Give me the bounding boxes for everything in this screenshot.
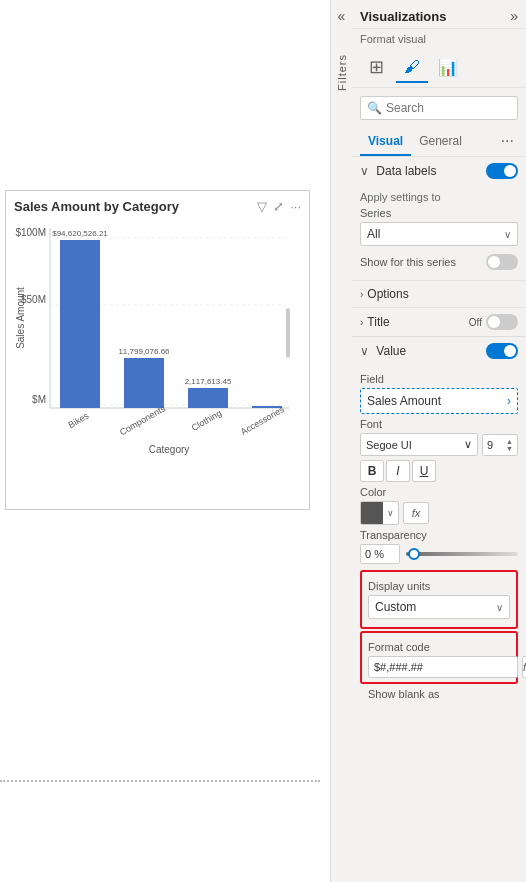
data-labels-section-header[interactable]: ∨ Data labels bbox=[352, 157, 526, 185]
font-size-value: 9 bbox=[487, 439, 493, 451]
tab-visual[interactable]: Visual bbox=[360, 128, 411, 156]
color-label: Color bbox=[360, 486, 518, 498]
bar-chart-svg: $100M $50M $M $9 bbox=[14, 218, 294, 458]
chart-title-icons: ▽ ⤢ ··· bbox=[257, 199, 301, 214]
color-fx-button[interactable]: fx bbox=[403, 502, 429, 524]
show-series-toggle[interactable] bbox=[486, 254, 518, 270]
field-box[interactable]: Sales Amount › bbox=[360, 388, 518, 414]
value-toggle-knob bbox=[504, 345, 516, 357]
svg-rect-21 bbox=[286, 308, 290, 358]
svg-text:$100M: $100M bbox=[15, 227, 46, 238]
title-label: › Title bbox=[360, 315, 390, 329]
format-code-input[interactable] bbox=[368, 656, 518, 678]
more-icon[interactable]: ··· bbox=[290, 199, 301, 214]
svg-text:Accessories: Accessories bbox=[239, 404, 286, 437]
icon-tabs-row: ⊞ 🖌 📊 bbox=[352, 49, 526, 88]
grid-icon-tab[interactable]: ⊞ bbox=[360, 53, 392, 83]
apply-settings-section: Apply settings to Series All ∨ Show for … bbox=[352, 185, 526, 280]
color-swatch bbox=[361, 502, 383, 524]
transparency-input[interactable] bbox=[360, 544, 400, 564]
display-units-section: Display units Custom ∨ bbox=[360, 570, 518, 629]
font-size-arrows: ▲ ▼ bbox=[506, 438, 513, 452]
svg-text:Sales Amount: Sales Amount bbox=[15, 287, 26, 349]
field-box-arrow: › bbox=[507, 394, 511, 408]
viz-title: Visualizations bbox=[360, 9, 446, 24]
chevron-double-left-icon[interactable]: « bbox=[338, 8, 346, 24]
value-toggle[interactable] bbox=[486, 343, 518, 359]
display-units-arrow: ∨ bbox=[496, 602, 503, 613]
value-section-body: Field Sales Amount › Font Segoe UI ∨ 9 ▲… bbox=[352, 365, 526, 708]
display-units-dropdown[interactable]: Custom ∨ bbox=[368, 595, 510, 619]
transparency-slider[interactable] bbox=[406, 546, 518, 562]
color-swatch-box[interactable]: ∨ bbox=[360, 501, 399, 525]
svg-text:Bikes: Bikes bbox=[66, 410, 90, 430]
transparency-label: Transparency bbox=[360, 529, 518, 541]
more-options-button[interactable]: ··· bbox=[497, 128, 518, 156]
title-toggle-knob bbox=[488, 316, 500, 328]
display-units-value: Custom bbox=[375, 600, 416, 614]
font-size-up-arrow[interactable]: ▲ bbox=[506, 438, 513, 445]
tab-general[interactable]: General bbox=[411, 128, 470, 156]
chevron-double-right-icon[interactable]: » bbox=[510, 8, 518, 24]
title-chevron-icon: › bbox=[360, 317, 363, 328]
options-section[interactable]: › Options bbox=[352, 280, 526, 307]
filter-icon[interactable]: ▽ bbox=[257, 199, 267, 214]
field-box-text: Sales Amount bbox=[367, 394, 441, 408]
value-section-label: ∨ Value bbox=[360, 344, 406, 358]
search-icon: 🔍 bbox=[367, 101, 382, 115]
show-series-row: Show for this series bbox=[360, 250, 518, 274]
slider-thumb bbox=[408, 548, 420, 560]
options-label: › Options bbox=[360, 287, 409, 301]
expand-icon[interactable]: ⤢ bbox=[273, 199, 284, 214]
format-code-section: Format code fx bbox=[360, 631, 518, 684]
svg-text:$94,620,526.21: $94,620,526.21 bbox=[52, 229, 108, 238]
search-input[interactable] bbox=[386, 101, 511, 115]
svg-text:Clothing: Clothing bbox=[190, 408, 224, 433]
filters-column[interactable]: « Filters bbox=[330, 0, 352, 882]
display-units-label: Display units bbox=[368, 580, 510, 592]
data-labels-label: ∨ Data labels bbox=[360, 164, 436, 178]
series-dropdown[interactable]: All ∨ bbox=[360, 222, 518, 246]
font-size-box[interactable]: 9 ▲ ▼ bbox=[482, 434, 518, 456]
font-dropdown-arrow: ∨ bbox=[464, 438, 472, 451]
svg-rect-10 bbox=[124, 358, 164, 408]
format-code-fx-button[interactable]: fx bbox=[522, 656, 526, 678]
svg-rect-8 bbox=[60, 240, 100, 408]
format-visual-label: Format visual bbox=[352, 29, 526, 49]
chart-container: Sales Amount by Category ▽ ⤢ ··· $100M $… bbox=[5, 190, 310, 510]
field-label: Field bbox=[360, 373, 518, 385]
underline-button[interactable]: U bbox=[412, 460, 436, 482]
font-size-down-arrow[interactable]: ▼ bbox=[506, 445, 513, 452]
bold-button[interactable]: B bbox=[360, 460, 384, 482]
analytics-icon-tab[interactable]: 📊 bbox=[432, 53, 464, 83]
font-family-value: Segoe UI bbox=[366, 439, 412, 451]
toggle-knob bbox=[504, 165, 516, 177]
title-toggle[interactable] bbox=[486, 314, 518, 330]
slider-track bbox=[406, 552, 518, 556]
title-toggle-label: Off bbox=[469, 317, 482, 328]
value-section-header[interactable]: ∨ Value bbox=[352, 337, 526, 365]
left-section: Sales Amount by Category ▽ ⤢ ··· $100M $… bbox=[0, 0, 330, 882]
color-row: ∨ fx bbox=[360, 501, 518, 525]
chevron-right-icon: › bbox=[360, 289, 363, 300]
filters-label: Filters bbox=[336, 54, 348, 91]
apply-settings-label: Apply settings to bbox=[360, 191, 518, 203]
paint-icon-tab[interactable]: 🖌 bbox=[396, 53, 428, 83]
font-row: Segoe UI ∨ 9 ▲ ▼ bbox=[360, 433, 518, 456]
svg-rect-12 bbox=[188, 388, 228, 408]
italic-button[interactable]: I bbox=[386, 460, 410, 482]
svg-text:$M: $M bbox=[32, 394, 46, 405]
data-labels-toggle[interactable] bbox=[486, 163, 518, 179]
title-section[interactable]: › Title Off bbox=[352, 307, 526, 336]
font-family-dropdown[interactable]: Segoe UI ∨ bbox=[360, 433, 478, 456]
font-label: Font bbox=[360, 418, 518, 430]
chart-title: Sales Amount by Category bbox=[14, 199, 179, 214]
value-chevron-icon: ∨ bbox=[360, 344, 369, 358]
show-series-knob bbox=[488, 256, 500, 268]
chevron-down-icon: ∨ bbox=[360, 164, 369, 178]
series-value: All bbox=[367, 227, 380, 241]
svg-text:2,117,613.45: 2,117,613.45 bbox=[185, 377, 232, 386]
svg-text:11,799,076.66: 11,799,076.66 bbox=[118, 347, 170, 356]
viz-header-icons: » bbox=[510, 8, 518, 24]
main-layout: Sales Amount by Category ▽ ⤢ ··· $100M $… bbox=[0, 0, 526, 882]
